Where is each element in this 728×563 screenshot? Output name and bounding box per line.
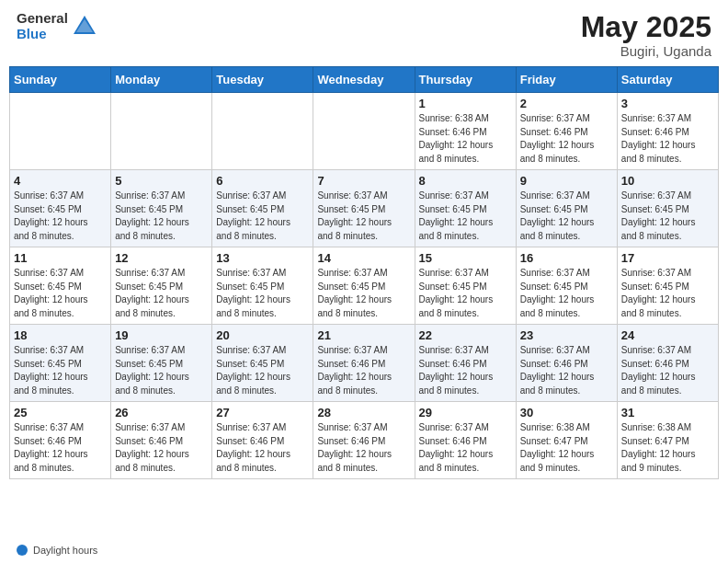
day-detail: Sunrise: 6:37 AMSunset: 6:45 PMDaylight:… [216,190,309,243]
page: General Blue May 2025 Bugiri, Uganda Sun… [0,0,728,563]
calendar-cell: 8Sunrise: 6:37 AMSunset: 6:45 PMDaylight… [415,170,516,247]
calendar-cell: 20Sunrise: 6:37 AMSunset: 6:45 PMDayligh… [212,325,313,402]
footer: Daylight hours [0,539,728,563]
calendar-cell: 16Sunrise: 6:37 AMSunset: 6:45 PMDayligh… [516,247,617,325]
day-number: 28 [317,406,410,419]
calendar-cell: 15Sunrise: 6:37 AMSunset: 6:45 PMDayligh… [415,247,516,325]
logo-general-text: General [17,11,68,27]
day-detail: Sunrise: 6:37 AMSunset: 6:45 PMDaylight:… [419,267,512,320]
day-detail: Sunrise: 6:38 AMSunset: 6:46 PMDaylight:… [419,112,512,166]
calendar-cell: 29Sunrise: 6:37 AMSunset: 6:46 PMDayligh… [415,402,516,479]
day-number: 7 [317,174,410,188]
day-number: 10 [621,174,714,188]
day-number: 24 [621,328,714,342]
calendar-cell: 12Sunrise: 6:37 AMSunset: 6:45 PMDayligh… [111,247,212,325]
weekday-header: Monday [111,67,212,93]
day-number: 6 [216,174,309,188]
day-detail: Sunrise: 6:37 AMSunset: 6:46 PMDaylight:… [419,421,512,475]
day-number: 12 [115,251,208,265]
calendar-cell [313,93,415,170]
calendar-cell: 23Sunrise: 6:37 AMSunset: 6:46 PMDayligh… [516,325,617,402]
title-block: May 2025 Bugiri, Uganda [581,11,711,59]
footer-dot-icon [17,545,28,556]
day-number: 25 [14,406,107,419]
calendar-cell: 6Sunrise: 6:37 AMSunset: 6:45 PMDaylight… [212,170,313,247]
day-detail: Sunrise: 6:37 AMSunset: 6:46 PMDaylight:… [317,421,410,475]
calendar-cell: 25Sunrise: 6:37 AMSunset: 6:46 PMDayligh… [10,402,111,479]
day-number: 21 [317,328,410,342]
calendar-cell: 28Sunrise: 6:37 AMSunset: 6:46 PMDayligh… [313,402,415,479]
day-number: 17 [621,251,714,265]
calendar-week-row: 25Sunrise: 6:37 AMSunset: 6:46 PMDayligh… [10,402,719,479]
weekday-header: Saturday [617,67,718,93]
logo-icon [72,14,97,40]
weekday-header: Thursday [415,67,516,93]
calendar-cell [111,93,212,170]
day-detail: Sunrise: 6:37 AMSunset: 6:45 PMDaylight:… [419,190,512,243]
day-detail: Sunrise: 6:37 AMSunset: 6:46 PMDaylight:… [520,112,613,166]
calendar-cell: 26Sunrise: 6:37 AMSunset: 6:46 PMDayligh… [111,402,212,479]
day-number: 11 [14,251,107,265]
day-detail: Sunrise: 6:37 AMSunset: 6:45 PMDaylight:… [317,190,410,243]
day-detail: Sunrise: 6:37 AMSunset: 6:46 PMDaylight:… [419,344,512,397]
weekday-header: Sunday [10,67,111,93]
day-detail: Sunrise: 6:37 AMSunset: 6:45 PMDaylight:… [216,267,309,320]
day-number: 2 [520,97,613,110]
calendar-cell: 5Sunrise: 6:37 AMSunset: 6:45 PMDaylight… [111,170,212,247]
day-detail: Sunrise: 6:37 AMSunset: 6:45 PMDaylight:… [621,190,714,243]
day-number: 3 [621,97,714,110]
day-detail: Sunrise: 6:37 AMSunset: 6:45 PMDaylight:… [115,190,208,243]
day-detail: Sunrise: 6:37 AMSunset: 6:46 PMDaylight:… [317,344,410,397]
calendar-table: SundayMondayTuesdayWednesdayThursdayFrid… [9,66,719,479]
calendar-cell: 31Sunrise: 6:38 AMSunset: 6:47 PMDayligh… [617,402,718,479]
weekday-header: Friday [516,67,617,93]
calendar-cell: 27Sunrise: 6:37 AMSunset: 6:46 PMDayligh… [212,402,313,479]
day-detail: Sunrise: 6:37 AMSunset: 6:45 PMDaylight:… [520,190,613,243]
logo: General Blue [17,11,97,41]
day-number: 19 [115,328,208,342]
day-number: 27 [216,406,309,419]
day-number: 16 [520,251,613,265]
day-number: 20 [216,328,309,342]
day-number: 9 [520,174,613,188]
calendar-cell [212,93,313,170]
day-number: 8 [419,174,512,188]
day-number: 1 [419,97,512,110]
day-detail: Sunrise: 6:37 AMSunset: 6:45 PMDaylight:… [216,344,309,397]
calendar-cell: 1Sunrise: 6:38 AMSunset: 6:46 PMDaylight… [415,93,516,170]
day-number: 15 [419,251,512,265]
logo-text: General Blue [17,11,68,41]
calendar-cell [10,93,111,170]
day-detail: Sunrise: 6:37 AMSunset: 6:45 PMDaylight:… [317,267,410,320]
calendar-cell: 13Sunrise: 6:37 AMSunset: 6:45 PMDayligh… [212,247,313,325]
day-detail: Sunrise: 6:37 AMSunset: 6:45 PMDaylight:… [115,344,208,397]
logo-blue-text: Blue [17,27,68,42]
day-detail: Sunrise: 6:37 AMSunset: 6:45 PMDaylight:… [115,267,208,320]
day-number: 4 [14,174,107,188]
calendar-cell: 18Sunrise: 6:37 AMSunset: 6:45 PMDayligh… [10,325,111,402]
day-number: 30 [520,406,613,419]
day-number: 13 [216,251,309,265]
calendar-cell: 10Sunrise: 6:37 AMSunset: 6:45 PMDayligh… [617,170,718,247]
calendar-cell: 30Sunrise: 6:38 AMSunset: 6:47 PMDayligh… [516,402,617,479]
calendar-cell: 4Sunrise: 6:37 AMSunset: 6:45 PMDaylight… [10,170,111,247]
day-detail: Sunrise: 6:37 AMSunset: 6:45 PMDaylight:… [14,190,107,243]
day-detail: Sunrise: 6:37 AMSunset: 6:46 PMDaylight:… [520,344,613,397]
day-detail: Sunrise: 6:38 AMSunset: 6:47 PMDaylight:… [520,421,613,475]
weekday-header-row: SundayMondayTuesdayWednesdayThursdayFrid… [10,67,719,93]
calendar-cell: 3Sunrise: 6:37 AMSunset: 6:46 PMDaylight… [617,93,718,170]
calendar-cell: 19Sunrise: 6:37 AMSunset: 6:45 PMDayligh… [111,325,212,402]
day-detail: Sunrise: 6:37 AMSunset: 6:46 PMDaylight:… [216,421,309,475]
day-number: 31 [621,406,714,419]
day-number: 29 [419,406,512,419]
day-detail: Sunrise: 6:37 AMSunset: 6:45 PMDaylight:… [14,344,107,397]
calendar-cell: 11Sunrise: 6:37 AMSunset: 6:45 PMDayligh… [10,247,111,325]
day-number: 23 [520,328,613,342]
day-number: 14 [317,251,410,265]
header: General Blue May 2025 Bugiri, Uganda [0,0,728,66]
day-number: 5 [115,174,208,188]
day-number: 18 [14,328,107,342]
calendar-title: May 2025 [581,11,711,43]
day-number: 22 [419,328,512,342]
day-detail: Sunrise: 6:37 AMSunset: 6:46 PMDaylight:… [621,112,714,166]
